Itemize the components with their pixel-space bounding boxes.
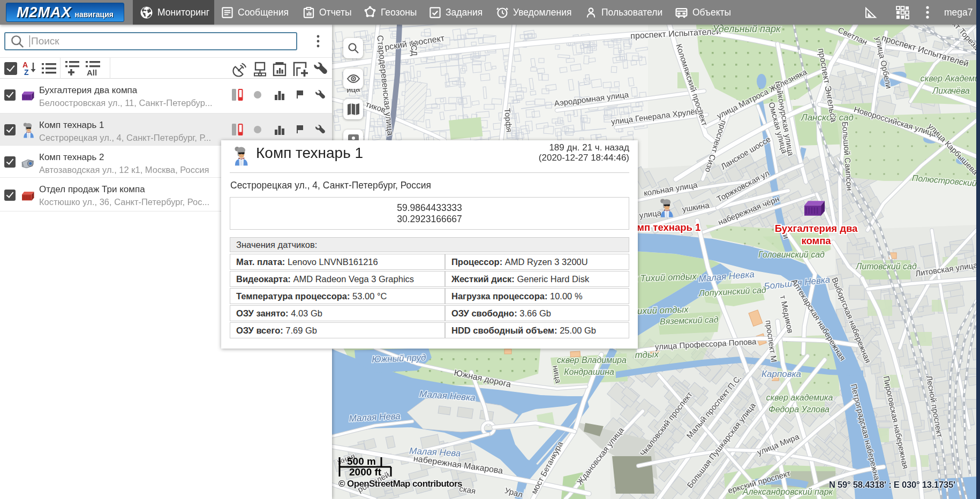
- svg-text:Головинский сад: Головинский сад: [758, 250, 825, 259]
- svg-text:Южный пруд: Южный пруд: [372, 352, 426, 365]
- svg-text:Федора Углова: Федора Углова: [768, 405, 830, 414]
- svg-text:сквер Владимира: сквер Владимира: [557, 356, 627, 365]
- svg-text:Z: Z: [24, 68, 29, 77]
- svg-text:500 m: 500 m: [347, 456, 376, 467]
- svg-text:Александровский парк: Александровский парк: [742, 487, 834, 496]
- svg-text:Кондрашина: Кондрашина: [564, 367, 614, 376]
- svg-text:All: All: [87, 68, 97, 77]
- svg-text:сквер Академика: сквер Академика: [921, 74, 976, 83]
- svg-text:ЗСД: ЗСД: [409, 40, 419, 56]
- svg-text:ихий отдых: ихий отдых: [637, 304, 689, 316]
- svg-text:Литовский сад: Литовский сад: [855, 262, 917, 271]
- svg-text:Лихачёва: Лихачёва: [932, 86, 970, 95]
- svg-text:Удельный парк: Удельный парк: [712, 25, 781, 34]
- svg-text:сквер академика: сквер академика: [766, 393, 833, 402]
- svg-text:Карповка: Карповка: [762, 369, 801, 379]
- svg-text:2000 ft: 2000 ft: [349, 466, 382, 478]
